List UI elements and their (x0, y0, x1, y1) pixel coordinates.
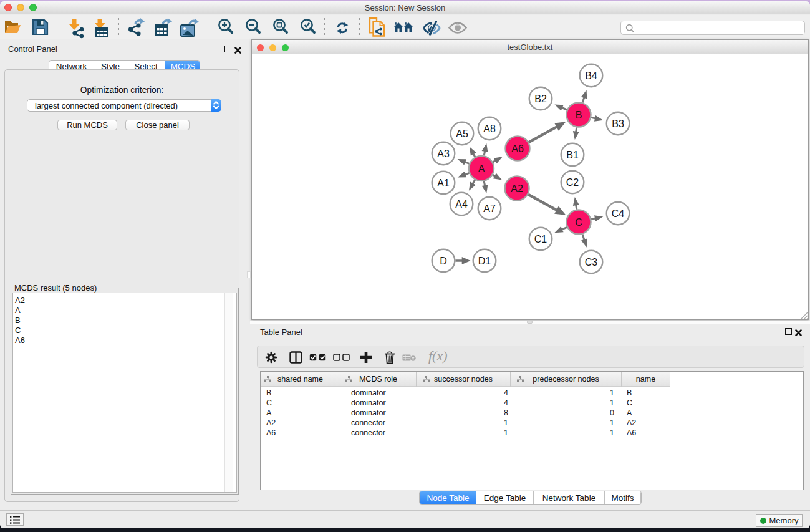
svg-text:B4: B4 (585, 70, 597, 81)
svg-text:C4: C4 (612, 208, 625, 219)
svg-text:A7: A7 (483, 203, 496, 214)
svg-text:B2: B2 (534, 94, 547, 104)
svg-text:A8: A8 (483, 123, 496, 134)
svg-text:A5: A5 (456, 128, 468, 139)
svg-text:A6: A6 (511, 143, 524, 154)
svg-text:A4: A4 (455, 199, 468, 210)
svg-text:B3: B3 (612, 118, 624, 129)
svg-text:C2: C2 (566, 177, 579, 188)
svg-text:C: C (575, 217, 582, 228)
svg-text:C3: C3 (585, 257, 598, 268)
svg-text:A: A (478, 163, 485, 174)
svg-text:C1: C1 (534, 234, 547, 244)
svg-text:B: B (576, 110, 582, 120)
svg-text:A1: A1 (437, 178, 450, 188)
svg-text:A3: A3 (437, 148, 450, 159)
svg-text:A2: A2 (511, 183, 523, 194)
svg-text:D: D (440, 256, 447, 266)
svg-text:B1: B1 (566, 150, 579, 160)
svg-text:D1: D1 (478, 256, 491, 266)
